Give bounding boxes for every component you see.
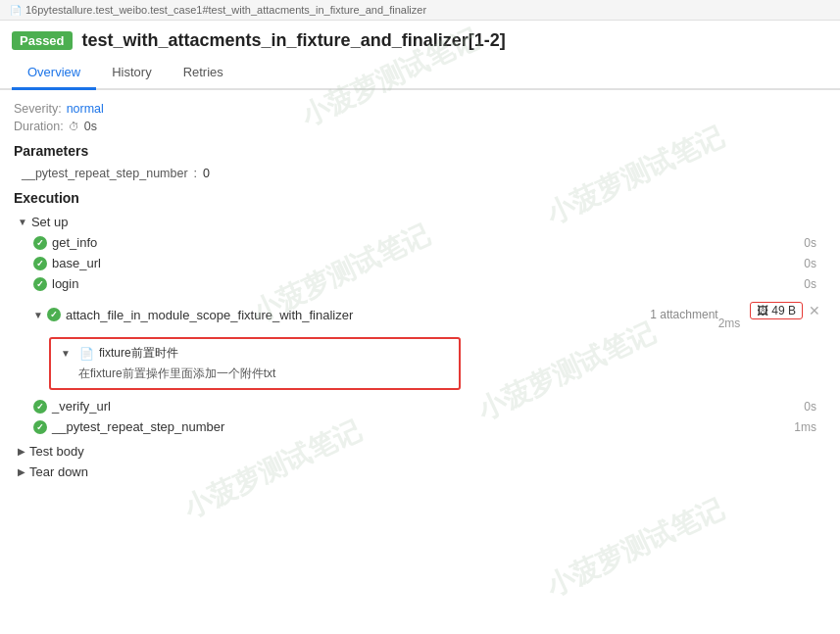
chevron-fixture-box[interactable]: ▼ [61,348,71,359]
exec-item-name-base-url: base_url [52,256,804,270]
duration-row: Duration: ⏱ 0s [14,120,826,133]
exec-item-attach: ▼ attach_file_in_module_scope_fixture_wi… [14,296,826,394]
chevron-attach[interactable]: ▼ [33,310,43,320]
tab-retries[interactable]: Retries [168,57,239,90]
parameters-header: Parameters [14,143,826,159]
duration-label: Duration: [14,120,64,133]
exec-item-name-login: login [52,276,804,291]
tab-history[interactable]: History [96,57,167,90]
attach-size-badge: 🖼 49 B [750,302,803,319]
duration-icon: ⏱ [69,121,79,132]
attach-size-icon: 🖼 [757,304,768,317]
status-dot-get-info [33,236,47,250]
execution-header: Execution [14,190,826,206]
chevron-testbody: ▶ [18,446,25,457]
attach-close-icon[interactable]: ✕ [809,303,820,318]
group-testbody[interactable]: ▶ Test body [14,441,826,462]
exec-item-login: login 0s [14,273,826,294]
status-dot-repeat-step [33,420,47,434]
exec-item-time-base-url: 0s [804,257,826,270]
exec-item-name-repeat-step: __pytest_repeat_step_number [52,419,794,434]
group-teardown[interactable]: ▶ Tear down [14,462,826,482]
exec-item-get-info: get_info 0s [14,232,826,253]
param-value-0: 0 [203,167,210,180]
status-dot-login [33,277,47,291]
exec-item-time-repeat-step: 1ms [794,420,826,434]
exec-item-verify-url: _verify_url 0s [14,396,826,416]
test-title: test_with_attacments_in_fixture_and_fina… [82,30,506,51]
exec-item-name-verify-url: _verify_url [52,399,804,414]
exec-item-time-get-info: 0s [804,236,826,250]
severity-label: Severity: [14,102,62,116]
fixture-attachment-box: ▼ 📄 fixture前置时件 在fixture前置操作里面添加一个附件txt [49,337,461,390]
exec-item-name-attach: attach_file_in_module_scope_fixture_with… [66,308,644,322]
group-testbody-label: Test body [29,444,84,459]
exec-item-name-get-info: get_info [52,235,804,250]
breadcrumb: 📄 16pytestallure.test_weibo.test_case1#t… [0,0,840,21]
status-dot-verify-url [33,400,47,414]
chevron-teardown: ▶ [18,466,25,477]
fixture-box-title: fixture前置时件 [99,345,178,362]
group-teardown-label: Tear down [29,464,88,479]
group-setup-label: Set up [31,215,69,229]
param-name-0: __pytest_repeat_step_number [22,167,188,180]
chevron-setup: ▼ [18,217,27,227]
breadcrumb-text: 16pytestallure.test_weibo.test_case1#tes… [25,4,426,16]
group-setup[interactable]: ▼ Set up [14,212,826,232]
param-row-0: __pytest_repeat_step_number : 0 [14,165,826,182]
exec-item-repeat-step: __pytest_repeat_step_number 1ms [14,416,826,437]
severity-value: normal [67,102,104,116]
attach-size-value: 49 B [771,304,796,317]
severity-row: Severity: normal [14,102,826,116]
attach-label: 1 attachment [650,308,717,321]
tab-bar: Overview History Retries [0,57,840,90]
passed-badge: Passed [12,31,73,50]
status-dot-base-url [33,257,47,270]
breadcrumb-icon: 📄 [10,5,22,16]
status-dot-attach [47,308,61,321]
duration-value: 0s [84,120,97,133]
exec-item-time-login: 0s [804,277,826,291]
test-title-bar: Passed test_with_attacments_in_fixture_a… [0,21,840,57]
file-icon: 📄 [79,347,94,361]
content-area: Severity: normal Duration: ⏱ 0s Paramete… [0,90,840,494]
tab-overview[interactable]: Overview [12,57,96,90]
fixture-box-header: ▼ 📄 fixture前置时件 [61,345,449,362]
exec-item-base-url: base_url 0s [14,253,826,273]
exec-item-time-attach: 2ms [718,299,751,330]
fixture-box-desc: 在fixture前置操作里面添加一个附件txt [61,366,449,382]
exec-item-time-verify-url: 0s [804,400,826,414]
